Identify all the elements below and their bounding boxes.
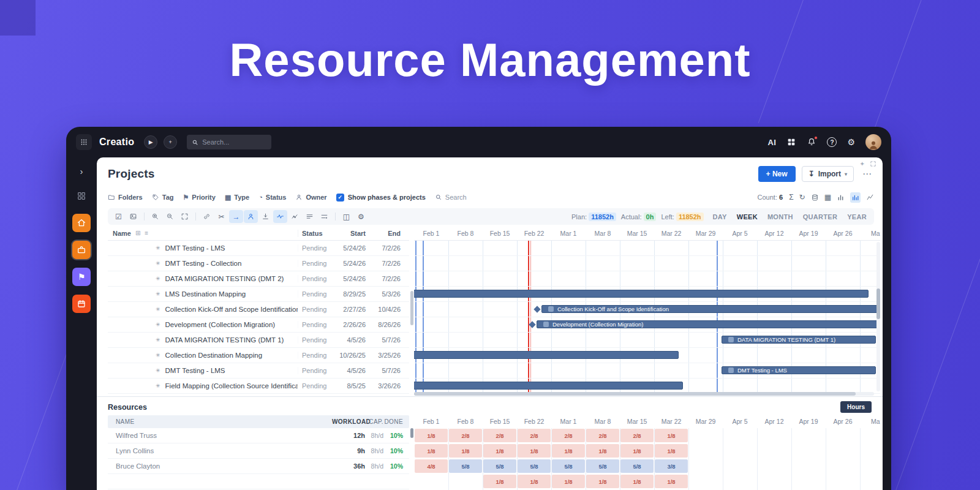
- scrollbar-thumb[interactable]: [410, 291, 413, 325]
- bars-icon[interactable]: [837, 194, 845, 202]
- view-tab-day[interactable]: DAY: [713, 213, 727, 221]
- resource-name-header[interactable]: NAME: [108, 418, 332, 425]
- gantt-bar[interactable]: [414, 290, 869, 298]
- gear-icon[interactable]: ⚙: [354, 210, 368, 223]
- filter-flag[interactable]: ⚑Priority: [183, 194, 215, 202]
- gantt-table-scrollbar[interactable]: [410, 242, 413, 390]
- view-tab-quarter[interactable]: QUARTER: [803, 213, 838, 221]
- chart-icon[interactable]: [850, 192, 861, 203]
- start-column-header[interactable]: Start: [337, 230, 366, 237]
- scrollbar-thumb[interactable]: [876, 288, 880, 319]
- filter-person[interactable]: Owner: [295, 194, 326, 201]
- gantt-table-row[interactable]: ✳DMT Testing - LMSPending5/24/267/2/26: [108, 241, 409, 256]
- view-tab-year[interactable]: YEAR: [847, 213, 867, 221]
- gantt-bar[interactable]: DMT Testing - LMS: [722, 366, 876, 374]
- columns-icon[interactable]: ◫: [339, 210, 353, 223]
- resource-row[interactable]: [108, 474, 409, 489]
- filter-folder[interactable]: Folders: [108, 194, 143, 201]
- zoom-out-icon[interactable]: [163, 210, 177, 223]
- gantt-table-row[interactable]: ✳Collection Destination MappingPending10…: [108, 348, 409, 363]
- fit-icon[interactable]: [178, 210, 192, 223]
- gantt-bar[interactable]: Collection Kick-Off and Scope Identifica…: [541, 305, 880, 313]
- hierarchy-icon[interactable]: ≡: [145, 230, 148, 236]
- arrow-right-icon[interactable]: →: [229, 210, 243, 223]
- gantt-row-name: Collection Destination Mapping: [165, 352, 263, 359]
- gantt-vertical-scrollbar[interactable]: [876, 242, 880, 391]
- gantt-bar[interactable]: DATA MIGRATION TESTING (DMT 1): [722, 336, 876, 344]
- tasks-icon[interactable]: ☑: [111, 210, 126, 223]
- gantt-bar[interactable]: Development (Collection Migration): [537, 320, 880, 328]
- gantt-table-row[interactable]: ✳Field Mapping (Collection Source Identi…: [108, 379, 409, 394]
- app-launcher-icon[interactable]: [76, 134, 92, 150]
- new-button[interactable]: + New: [758, 166, 796, 182]
- gantt-row-start: 10/26/25: [337, 352, 366, 359]
- more-options-icon[interactable]: ⋯: [860, 168, 874, 179]
- gantt-table-row[interactable]: ✳DATA MIGRATION TESTING (DMT 1)Pending4/…: [108, 333, 409, 348]
- hours-button[interactable]: Hours: [840, 401, 872, 413]
- status-column-header[interactable]: Status: [298, 230, 337, 237]
- sidebar-dashboard-icon[interactable]: [72, 187, 91, 205]
- scrollbar-thumb[interactable]: [410, 428, 413, 438]
- list-search[interactable]: Search: [435, 194, 467, 201]
- filter-grid[interactable]: ▦Type: [225, 194, 249, 202]
- scrollbar-thumb[interactable]: [414, 392, 856, 396]
- resource-row[interactable]: Bruce Clayton36h8h/d10%: [108, 459, 409, 474]
- trend2-icon[interactable]: [866, 194, 874, 202]
- sidebar-item-projects[interactable]: [72, 241, 91, 259]
- gantt-table-row[interactable]: ✳Development (Collection Migration)Pendi…: [108, 317, 409, 333]
- database-icon[interactable]: [811, 194, 819, 202]
- done-header[interactable]: DONE: [383, 418, 409, 425]
- assignee-icon[interactable]: [244, 210, 258, 223]
- sidebar-expand-icon[interactable]: ›: [72, 165, 91, 177]
- add-button[interactable]: +: [164, 135, 177, 149]
- filter-status[interactable]: ◔Status: [258, 194, 286, 201]
- grid-icon[interactable]: ▦: [824, 193, 831, 202]
- apps-icon[interactable]: [786, 137, 796, 147]
- filter-tag[interactable]: Tag: [152, 194, 174, 201]
- ai-button[interactable]: AI: [767, 138, 776, 147]
- view-tab-week[interactable]: WEEK: [737, 213, 758, 221]
- refresh-icon[interactable]: ↻: [799, 193, 805, 202]
- rows-icon[interactable]: [303, 210, 317, 223]
- end-column-header[interactable]: End: [366, 230, 409, 237]
- help-icon[interactable]: ?: [827, 137, 837, 147]
- image-icon[interactable]: [126, 210, 140, 223]
- gantt-table-row[interactable]: ✳Collection Kick-Off and Scope Identific…: [108, 302, 409, 317]
- gantt-table-row[interactable]: ✳DATA MIGRATION TESTING (DMT 2)Pending5/…: [108, 271, 409, 287]
- global-search-input[interactable]: Search...: [187, 135, 271, 149]
- sidebar-item-home[interactable]: [72, 214, 91, 232]
- view-tab-month[interactable]: MONTH: [767, 213, 793, 221]
- resources-scrollbar[interactable]: [410, 428, 413, 477]
- gantt-table-row[interactable]: ✳DMT Testing - CollectionPending5/24/267…: [108, 256, 409, 271]
- notifications-icon[interactable]: [807, 137, 816, 147]
- sidebar-item-calendar[interactable]: [72, 295, 91, 313]
- download-icon[interactable]: [258, 210, 273, 223]
- name-column-header[interactable]: Name: [113, 230, 131, 237]
- gantt-table-row[interactable]: ✳DMT Testing - LMSPending4/5/265/7/26: [108, 363, 409, 379]
- baseline-icon[interactable]: [317, 210, 331, 223]
- gantt-bar[interactable]: [414, 382, 683, 390]
- expand-all-icon[interactable]: ⊞: [135, 230, 140, 236]
- trend-icon[interactable]: [288, 210, 302, 223]
- sidebar-item-flag[interactable]: ⚑: [72, 268, 91, 286]
- avatar[interactable]: [865, 134, 881, 150]
- sum-icon[interactable]: Σ: [789, 193, 793, 202]
- gantt-bar[interactable]: [414, 351, 679, 359]
- import-button[interactable]: ↧ Import ▾: [802, 166, 854, 182]
- zoom-in-icon[interactable]: [148, 210, 162, 223]
- resource-row[interactable]: Wilfred Truss12h8h/d10%: [108, 428, 409, 443]
- capacity-header[interactable]: CAP.: [365, 418, 383, 425]
- workload-header[interactable]: WORKLOAD: [332, 418, 365, 425]
- link-icon[interactable]: [200, 210, 214, 223]
- resource-row[interactable]: Lynn Collins9h8h/d10%: [108, 443, 409, 459]
- show-phases-checkbox[interactable]: ✓ Show phases & projects: [336, 194, 426, 202]
- pulse-icon[interactable]: [273, 210, 287, 223]
- week-header-label: Mar 8: [586, 226, 620, 241]
- play-button[interactable]: ▶: [144, 135, 157, 149]
- gantt-row-end: 5/7/26: [366, 367, 409, 374]
- cut-icon[interactable]: ✂: [214, 210, 228, 223]
- settings-icon[interactable]: ⚙: [847, 137, 855, 147]
- resources-timeline-header: Feb 1Feb 8Feb 15Feb 22Mar 1Mar 8Mar 15Ma…: [414, 415, 880, 428]
- gantt-horizontal-scrollbar[interactable]: [414, 392, 874, 396]
- gantt-table-row[interactable]: ✳LMS Destination MappingPending8/29/255/…: [108, 287, 409, 302]
